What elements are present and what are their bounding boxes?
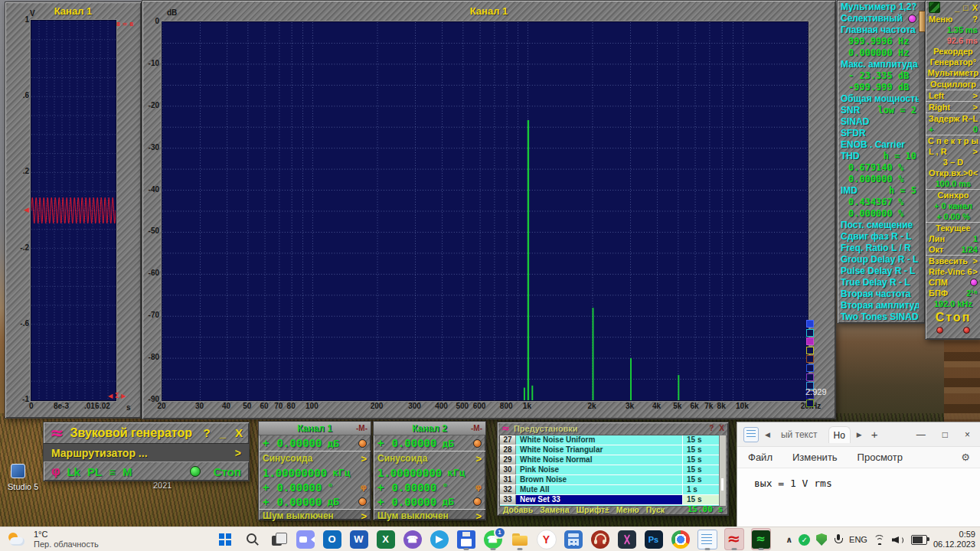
phase-row[interactable]: +0.00000°φ xyxy=(259,480,371,494)
mono-badge[interactable]: -М- xyxy=(471,424,482,432)
preset-footer-button[interactable]: Шрифт± xyxy=(576,505,609,514)
speaker-icon[interactable] xyxy=(892,534,905,545)
legend-swatch[interactable] xyxy=(806,329,814,337)
panel-button[interactable]: 1.35 ms xyxy=(926,24,980,35)
waveform-select[interactable]: Синусоида xyxy=(377,453,427,464)
gain-row[interactable]: +0.00000дБ xyxy=(374,435,485,452)
panel-button[interactable]: Задерж R–L xyxy=(926,112,980,124)
selective-led[interactable] xyxy=(908,15,916,23)
minimize-button[interactable]: _ xyxy=(220,426,226,439)
taskbar-icon-viber[interactable]: ☎ xyxy=(403,528,423,550)
panel-button[interactable]: Мультиметр xyxy=(926,67,980,78)
panel-button[interactable]: + 0 канал xyxy=(926,201,980,211)
preset-row[interactable]: 27White Noise Uniform15 s xyxy=(500,435,719,445)
phase-value[interactable]: 0.00000 xyxy=(391,481,436,494)
multimeter-row[interactable]: Общая мощность xyxy=(838,93,919,105)
settings-gear-icon[interactable]: ⚙ xyxy=(961,452,970,463)
close-button[interactable]: X xyxy=(235,426,243,439)
panel-button[interactable]: Left> xyxy=(926,90,980,101)
minimize-button[interactable]: _ xyxy=(955,3,959,12)
multimeter-row[interactable]: Пост. смещение xyxy=(838,220,919,231)
offset-led[interactable] xyxy=(473,497,482,506)
lock-button[interactable]: Lk xyxy=(67,465,80,478)
new-tab-button[interactable]: + xyxy=(871,428,878,441)
panel-button[interactable]: Стоп xyxy=(926,309,980,325)
minimize-button[interactable]: — xyxy=(916,429,926,440)
help-button[interactable]: ? xyxy=(203,426,210,439)
legend-swatch[interactable] xyxy=(806,364,814,372)
taskbar-icon-photoshop[interactable]: Ps xyxy=(644,528,664,550)
channel-titlebar[interactable]: Канал 2-М- xyxy=(374,422,485,435)
legend-swatch[interactable] xyxy=(806,337,814,345)
menu-item[interactable]: Просмотр xyxy=(858,452,903,463)
preset-row[interactable]: 31Brown Noise15 s xyxy=(500,475,719,485)
desktop-icon-label[interactable]: Studio 5 xyxy=(8,482,38,491)
preset-footer-button[interactable]: Замена xyxy=(540,505,569,514)
channel-titlebar[interactable]: Канал 1-М- xyxy=(259,422,371,435)
mono-button[interactable]: M xyxy=(122,465,132,478)
menu-item[interactable]: Файл xyxy=(748,452,773,463)
taskbar-icon-audio[interactable] xyxy=(590,528,610,550)
multimeter-row[interactable]: Макс. амплитуда xyxy=(838,59,919,70)
maximize-button[interactable]: □ xyxy=(942,429,948,440)
multimeter-row[interactable]: Freq. Ratio L / R xyxy=(838,243,919,254)
offset-row[interactable]: +0.00000дБ xyxy=(374,494,485,509)
desktop-icon-label-2[interactable]: 2021 xyxy=(153,481,172,490)
preset-row[interactable]: 30Pink Noise15 s xyxy=(500,465,719,475)
panel-button[interactable]: Окт1/24 xyxy=(926,244,980,255)
waveform-row[interactable]: Синусоида> xyxy=(374,452,485,465)
close-button[interactable]: × xyxy=(965,429,970,440)
mono-badge[interactable]: -М- xyxy=(356,424,368,432)
preset-footer-button[interactable]: Добавь xyxy=(503,505,533,514)
multimeter-row[interactable]: SINAD xyxy=(838,116,919,128)
offset-led[interactable] xyxy=(358,497,367,506)
oscilloscope-plot[interactable] xyxy=(31,20,116,401)
frequency-row[interactable]: 1.00000000кГц xyxy=(259,465,371,480)
multimeter-row[interactable]: SNRlow = 2 xyxy=(838,105,919,116)
taskbar-icon-explorer[interactable] xyxy=(510,528,530,550)
panel-button[interactable]: 3 – D xyxy=(926,157,980,168)
phase-button[interactable]: φ xyxy=(51,465,60,478)
microphone-icon[interactable] xyxy=(833,533,843,546)
taskbar-icon-calculator[interactable] xyxy=(564,528,583,550)
multimeter-row[interactable]: 0.679140 % xyxy=(838,162,919,174)
taskbar-icon-chrome[interactable] xyxy=(671,528,691,550)
noise-select[interactable]: Шум выключен xyxy=(377,510,449,521)
panel-button[interactable]: Rife-Vinc 6> xyxy=(926,266,980,277)
generator-titlebar[interactable]: ≈ Звуковой генератор ? _ X xyxy=(44,422,249,443)
panel-button[interactable]: С п е к т р ы xyxy=(926,135,980,146)
multimeter-row[interactable]: Главная частота xyxy=(838,24,919,36)
preset-footer-button[interactable]: Пуск xyxy=(646,505,665,514)
taskbar-icon-excel[interactable]: X xyxy=(376,528,396,550)
legend-swatch[interactable] xyxy=(806,347,814,354)
tab-inactive[interactable]: ый текст xyxy=(776,426,822,443)
multimeter-row[interactable]: Group Delay R - L xyxy=(838,254,919,266)
preset-row[interactable]: 29White Noise Normal15 s xyxy=(500,455,719,465)
panel-button[interactable]: L , R> xyxy=(926,146,980,157)
noise-row[interactable]: Шум выключен> xyxy=(374,509,485,522)
panel-led[interactable] xyxy=(970,279,978,286)
taskbar-icon-search[interactable] xyxy=(242,528,262,550)
multimeter-row[interactable]: 0.000000 % xyxy=(838,174,919,185)
panel-button[interactable]: Меню? xyxy=(926,14,980,24)
multimeter-row[interactable]: True Delay R - L xyxy=(838,277,919,289)
taskbar-icon-start[interactable] xyxy=(215,528,235,550)
battery-icon[interactable] xyxy=(911,535,927,545)
panel-button[interactable]: +0 xyxy=(926,124,980,135)
taskbar-icon-recorder[interactable] xyxy=(456,528,476,550)
playlist-button[interactable]: PL xyxy=(87,465,102,478)
spectrum-plot[interactable] xyxy=(162,21,808,401)
frequency-value[interactable]: 1.00000000 xyxy=(263,467,327,479)
taskbar-icon-generator[interactable]: ≈ xyxy=(724,528,744,550)
panel-button[interactable]: 92.6 ms xyxy=(926,35,980,46)
gain-led[interactable] xyxy=(473,439,482,448)
weather-widget[interactable]: 1°C Пер. облачность xyxy=(8,530,99,549)
taskbar-icon-snip[interactable] xyxy=(617,528,637,550)
frequency-row[interactable]: 1.00000000кГц xyxy=(374,465,485,480)
waveform-row[interactable]: Синусоида> xyxy=(259,452,371,465)
multimeter-row[interactable]: THDh = 10 xyxy=(838,151,919,162)
taskbar-icon-outlook[interactable]: O xyxy=(322,528,342,550)
noise-select[interactable]: Шум выключен xyxy=(263,510,334,521)
scrollbar-thumb[interactable] xyxy=(721,478,724,491)
taskbar-icon-taskview[interactable] xyxy=(269,528,289,550)
